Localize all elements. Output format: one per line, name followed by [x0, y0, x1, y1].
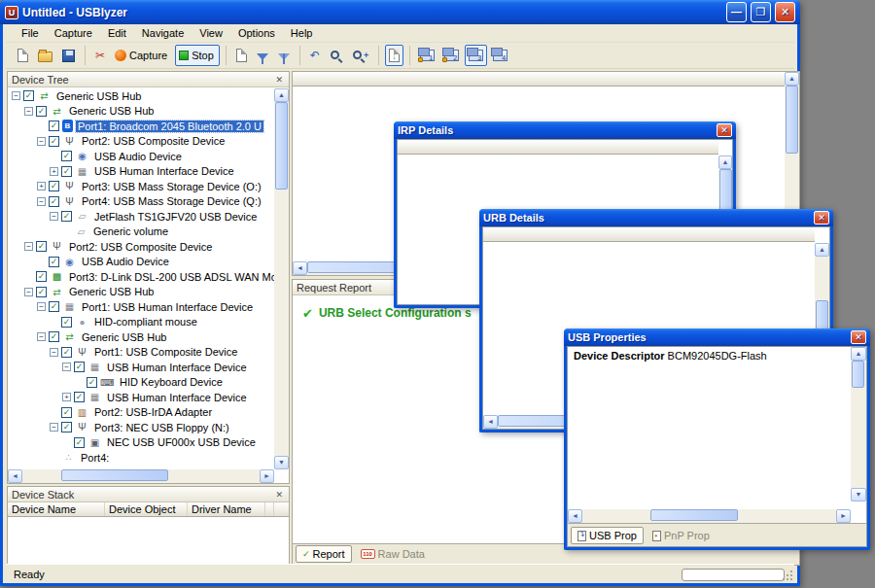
collapse-icon[interactable]: −: [37, 332, 46, 341]
device-tree-vscrollbar[interactable]: ▲▼: [274, 88, 289, 469]
save-button[interactable]: [58, 45, 79, 66]
tab-report[interactable]: ✓ Report: [296, 545, 352, 563]
find-button[interactable]: [326, 45, 346, 66]
menu-item-edit[interactable]: Edit: [100, 25, 134, 41]
collapse-icon[interactable]: −: [37, 302, 46, 311]
tree-checkbox[interactable]: ✓: [36, 271, 47, 282]
usb-properties-hscrollbar[interactable]: ◄►: [568, 509, 851, 523]
autoscroll-button[interactable]: ↓: [385, 45, 403, 66]
tree-item[interactable]: −✓▣NEC USB UF000x USB Device: [8, 435, 274, 451]
layout-2-button[interactable]: 2: [440, 45, 463, 66]
menu-item-help[interactable]: Help: [283, 25, 321, 41]
view-report-button[interactable]: [232, 45, 251, 66]
collapse-icon[interactable]: −: [50, 212, 58, 221]
tree-item[interactable]: −✓⇄Generic USB Hub: [8, 104, 274, 120]
collapse-icon[interactable]: −: [12, 91, 20, 100]
tree-item[interactable]: +✓▦USB Human Interface Device: [8, 390, 274, 405]
tree-item[interactable]: −✓BPort1: Broadcom 2045 Bluetooth 2.0 U: [8, 119, 274, 134]
minimize-button[interactable]: —: [726, 2, 747, 22]
menu-item-navigate[interactable]: Navigate: [134, 25, 192, 41]
maximize-button[interactable]: ❐: [751, 2, 771, 22]
urb-details-titlebar[interactable]: URB Details ✕: [479, 209, 833, 226]
collapse-icon[interactable]: −: [37, 197, 46, 206]
jump-back-button[interactable]: ↶: [306, 45, 324, 66]
menu-item-view[interactable]: View: [192, 25, 230, 41]
tree-checkbox[interactable]: ✓: [61, 166, 72, 177]
tree-item[interactable]: −✓●HID-compliant mouse: [8, 315, 274, 330]
title-bar[interactable]: U Untitled - USBlyzer — ❐ ✕: [0, 0, 800, 24]
tree-item[interactable]: −✓▥Port2: USB-IrDA Adapter: [8, 405, 274, 421]
menu-item-file[interactable]: File: [14, 25, 47, 41]
layout-4-button[interactable]: 4: [489, 45, 511, 66]
tree-checkbox[interactable]: ✓: [74, 392, 85, 402]
device-tree-hscrollbar[interactable]: ◄►: [8, 469, 274, 483]
resize-grip[interactable]: [781, 569, 792, 580]
new-file-button[interactable]: [14, 45, 32, 66]
tree-item[interactable]: −✓◉USB Audio Device: [8, 255, 274, 270]
tree-item[interactable]: −✓⇄Generic USB Hub: [8, 285, 274, 300]
tab-usb-prop[interactable]: USB Prop: [571, 527, 644, 544]
tree-item[interactable]: −✓ΨPort4: USB Mass Storage Device (Q:): [8, 194, 274, 210]
usb-properties-vscrollbar[interactable]: ▲▼: [851, 347, 866, 502]
tree-checkbox[interactable]: ✓: [49, 331, 59, 342]
column-header[interactable]: Device Object: [105, 502, 188, 516]
stop-button[interactable]: Stop: [175, 45, 220, 66]
capture-button[interactable]: Capture: [111, 45, 173, 66]
tree-checkbox[interactable]: ✓: [49, 257, 59, 267]
tree-checkbox[interactable]: ✓: [36, 241, 47, 252]
find-next-button[interactable]: +: [348, 45, 372, 66]
device-tree-close-icon[interactable]: ✕: [273, 75, 285, 85]
open-file-button[interactable]: [34, 45, 56, 66]
tree-item[interactable]: −✓⌨HID Keyboard Device: [8, 375, 274, 391]
tree-checkbox[interactable]: ✓: [74, 437, 85, 448]
urb-details-close-button[interactable]: ✕: [814, 211, 829, 225]
collapse-icon[interactable]: −: [37, 137, 46, 146]
tree-item[interactable]: −✓▦Port1: USB Human Interface Device: [8, 299, 274, 315]
tree-checkbox[interactable]: ✓: [49, 196, 59, 207]
collapse-icon[interactable]: −: [24, 242, 33, 251]
collapse-icon[interactable]: −: [24, 288, 33, 296]
device-stack-close-icon[interactable]: ✕: [273, 490, 285, 500]
tree-item[interactable]: −✓⇄Generic USB Hub: [8, 88, 274, 104]
expand-icon[interactable]: +: [50, 167, 58, 176]
layout-1-button[interactable]: 1: [416, 45, 438, 66]
tree-checkbox[interactable]: ✓: [23, 90, 34, 101]
tree-item[interactable]: −▱Generic volume: [8, 225, 274, 240]
expand-icon[interactable]: +: [37, 182, 46, 190]
usb-properties-close-button[interactable]: ✕: [851, 330, 866, 344]
tree-checkbox[interactable]: ✓: [36, 106, 47, 117]
irp-details-close-button[interactable]: ✕: [717, 123, 732, 137]
tree-item[interactable]: −✓▱JetFlash TS1GJFV20 USB Device: [8, 209, 274, 225]
tree-item[interactable]: −✓ΨPort1: USB Composite Device: [8, 345, 274, 361]
layout-3-button[interactable]: 3: [465, 45, 487, 66]
detach-device-button[interactable]: ✂: [91, 45, 109, 66]
expand-icon[interactable]: +: [62, 393, 71, 401]
tree-checkbox[interactable]: ✓: [61, 407, 72, 418]
tree-checkbox[interactable]: ✓: [49, 136, 59, 147]
tree-item[interactable]: −✓ΨPort2: USB Composite Device: [8, 239, 274, 255]
tree-checkbox[interactable]: ✓: [61, 151, 72, 161]
column-header[interactable]: Device Name: [8, 502, 105, 516]
tree-checkbox[interactable]: ✓: [61, 422, 72, 432]
tree-checkbox[interactable]: ✓: [61, 317, 72, 328]
apply-filter-button[interactable]: [274, 45, 294, 66]
usb-properties-titlebar[interactable]: USB Properties ✕: [564, 329, 870, 346]
tree-checkbox[interactable]: ✓: [74, 362, 85, 372]
column-header[interactable]: Driver Name: [188, 502, 265, 516]
collapse-icon[interactable]: −: [62, 363, 71, 371]
tab-pnp-prop[interactable]: PnP Prop: [646, 527, 717, 544]
collapse-icon[interactable]: −: [24, 107, 33, 116]
filter-settings-button[interactable]: [253, 45, 272, 66]
tree-item[interactable]: −∴Port4:: [8, 450, 274, 466]
tree-item[interactable]: −✓⇄Generic USB Hub: [8, 329, 274, 345]
collapse-icon[interactable]: −: [50, 423, 58, 432]
tree-checkbox[interactable]: ✓: [49, 121, 59, 131]
tree-item[interactable]: −✓ΨPort3: NEC USB Floppy (N:): [8, 420, 274, 435]
tree-checkbox[interactable]: ✓: [61, 347, 72, 358]
tree-checkbox[interactable]: ✓: [36, 287, 47, 297]
tree-checkbox[interactable]: ✓: [49, 301, 59, 312]
tree-item[interactable]: −✓◉USB Audio Device: [8, 149, 274, 164]
tree-checkbox[interactable]: ✓: [87, 377, 97, 388]
menu-item-options[interactable]: Options: [230, 25, 283, 41]
collapse-icon[interactable]: −: [50, 348, 58, 357]
